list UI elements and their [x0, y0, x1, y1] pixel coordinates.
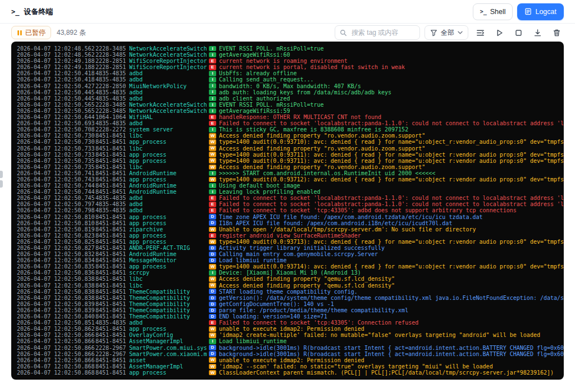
log-message: current network is roaming environment [219, 58, 564, 64]
log-tag: adbd [129, 195, 209, 201]
log-pid-tid: 8451-8451 [95, 370, 129, 376]
log-tag: ThemeCompatibility [129, 289, 209, 295]
level-filter-dropdown[interactable]: 全部 [425, 25, 468, 40]
log-row: 2026-04-07 12:02:50.7358451-8451app_proc… [17, 158, 564, 164]
log-pid-tid: 4835-4835 [95, 207, 129, 213]
log-tag: app_process [129, 139, 209, 145]
log-level-badge: E [209, 121, 216, 126]
log-timestamp: 2026-04-07 12:02:50.866 [17, 338, 95, 344]
log-level-badge: I [209, 127, 216, 133]
log-row: 2026-04-07 12:02:50.8198451-8451ziparchi… [17, 226, 564, 233]
log-pid-tid: 8451-8451 [95, 276, 129, 282]
log-pid-tid: 8451-8451 [95, 263, 129, 270]
log-tag: app_process [129, 239, 209, 245]
log-pid-tid: 8451-8451 [95, 226, 129, 233]
log-level-badge: E [209, 320, 216, 326]
log-message: type=1400 audit(0.0:93714): avc: denied … [219, 263, 564, 270]
wrap-lines-button[interactable] [473, 25, 487, 40]
log-timestamp: 2026-04-07 12:02:50.735 [17, 158, 95, 164]
log-row: 2026-04-07 12:02:50.8514835-4835adbdEFai… [17, 320, 564, 326]
log-row: 2026-04-07 12:02:50.8328451-8451AndroidR… [17, 251, 564, 257]
log-tag: AndroidRuntime [129, 170, 209, 176]
log-row: 2026-04-07 12:02:50.4184835-4835adbdIUsb… [17, 70, 564, 76]
log-timestamp: 2026-04-07 12:02:48.562 [17, 52, 95, 58]
search-input[interactable] [350, 28, 415, 37]
log-message: type=1400 audit(0.0:93711): avc: denied … [219, 158, 564, 164]
log-level-badge: D [209, 214, 216, 220]
search-box[interactable] [335, 25, 420, 40]
log-tag: ThemeCompatibility [129, 307, 209, 313]
download-button[interactable] [530, 25, 545, 40]
log-tag: app_process [129, 263, 209, 270]
log-message: Access denied finding property "qemu.sf.… [219, 276, 564, 282]
log-timestamp: 2026-04-07 12:02:50.733 [17, 152, 95, 158]
log-pid-tid: 8451-8451 [95, 245, 129, 251]
log-pid-tid: 4835-4835 [95, 320, 129, 326]
log-tag: adbd [129, 95, 209, 102]
resume-button[interactable] [492, 25, 506, 40]
log-timestamp: 2026-04-07 12:02:50.708 [17, 126, 95, 133]
shell-tab-button[interactable]: >_ Shell [473, 3, 513, 20]
log-row: 2026-04-07 12:02:50.7338451-8451app_proc… [17, 152, 564, 158]
log-row: 2026-04-07 12:02:50.6934835-4835adbdEFai… [17, 120, 564, 126]
log-tag: AndroidRuntime [129, 189, 209, 195]
log-timestamp: 2026-04-07 12:02:50.838 [17, 282, 95, 289]
log-tag: adbd [129, 120, 209, 126]
clear-logs-button[interactable] [549, 25, 564, 40]
log-timestamp: 2026-04-07 12:02:50.797 [17, 201, 95, 207]
log-tag: app_process [129, 233, 209, 239]
log-timestamp: 2026-04-07 12:02:50.741 [17, 170, 95, 176]
log-tag: NetworkAccelerateSwitch [129, 52, 209, 58]
log-tag: libc [129, 276, 209, 282]
log-message: 'idmap2 --scan' failed: no static="true"… [219, 363, 564, 370]
log-pid-tid: 8451-8451 [95, 295, 129, 301]
log-pid-tid: 8451-8451 [95, 176, 129, 183]
log-message: current network is portal, disabled fast… [219, 64, 564, 70]
log-tag: MiuiNetworkPolicy [129, 83, 209, 89]
toolbar: 已暂停 43,892 条 全部 [0, 24, 575, 42]
log-pid-tid: 8451-8451 [95, 313, 129, 320]
log-pid-tid: 8451-8451 [95, 332, 129, 338]
log-tag: WifiHAL [129, 114, 209, 120]
log-level-badge: I [209, 77, 216, 83]
log-row: 2026-04-07 12:02:50.8388451-8451ThemeCom… [17, 289, 564, 295]
header: >_ 设备终端 >_ Shell Logcat [0, 0, 575, 24]
pause-icon [17, 30, 22, 36]
log-timestamp: 2026-04-07 12:02:50.839 [17, 301, 95, 307]
log-tag: SmartPower.com.miui.sys [129, 345, 209, 351]
log-level-badge: W [209, 264, 216, 270]
log-message: Access denied finding property "ro.vendo… [219, 133, 564, 139]
log-row: 2026-04-07 12:02:50.8668451-8451assetWun… [17, 357, 564, 363]
log-row: 2026-04-07 12:02:50.8368451-8451scrcpyID… [17, 270, 564, 276]
log-level-badge: D [209, 295, 216, 301]
log-level-badge: I [209, 108, 216, 114]
log-pid-tid: 8451-8451 [95, 289, 129, 295]
log-tag: app_process [129, 326, 209, 332]
log-timestamp: 2026-04-07 12:02:48.562 [17, 45, 95, 52]
log-level-badge: W [209, 139, 216, 145]
log-message: Activity trigger library initialized suc… [219, 245, 564, 251]
log-message: getVersion(): /data/system/theme_config/… [219, 295, 564, 301]
log-row: 2026-04-07 12:02:50.4184835-4835adbdICal… [17, 76, 564, 83]
log-message: Access denied finding property "ro.vendo… [219, 145, 564, 152]
log-message: START loading theme compatibility config… [219, 289, 564, 295]
left-edge-handle[interactable] [0, 171, 3, 188]
log-pid-tid: 8451-8451 [95, 152, 129, 158]
log-row: 2026-04-07 12:02:49.1882228-2851WifiScor… [17, 64, 564, 70]
log-timestamp: 2026-04-07 12:02:50.866 [17, 357, 95, 363]
log-row: 2026-04-07 12:02:50.8278451-8451ANDR-PER… [17, 245, 564, 251]
log-timestamp: 2026-04-07 12:02:50.418 [17, 70, 95, 76]
log-level-badge: D [209, 351, 216, 357]
log-level-badge: E [209, 233, 216, 239]
log-pid-tid: 8451-8451 [95, 239, 129, 245]
log-message: EVENT_RSSI_POLL. mRssiPoll=true [219, 102, 564, 108]
log-level-badge: D [209, 308, 216, 313]
log-level-badge: W [209, 239, 216, 245]
toolbar-right: 全部 [335, 25, 564, 40]
stop-button[interactable] [511, 25, 526, 40]
filter-label: 全部 [441, 28, 454, 38]
log-timestamp: 2026-04-07 12:02:50.810 [17, 214, 95, 220]
logcat-tab-button[interactable]: Logcat [517, 3, 564, 20]
log-tag: WifiScoreReportInjector [129, 58, 209, 64]
logcat-terminal[interactable]: 2026-04-07 12:02:48.5622228-3485NetworkA… [11, 42, 564, 380]
